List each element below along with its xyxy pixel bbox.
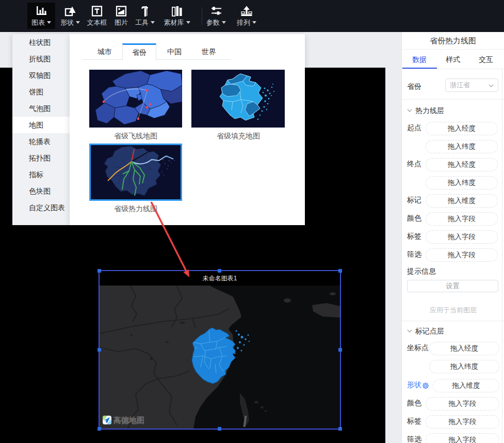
svg-text:高德地图: 高德地图	[113, 416, 144, 424]
